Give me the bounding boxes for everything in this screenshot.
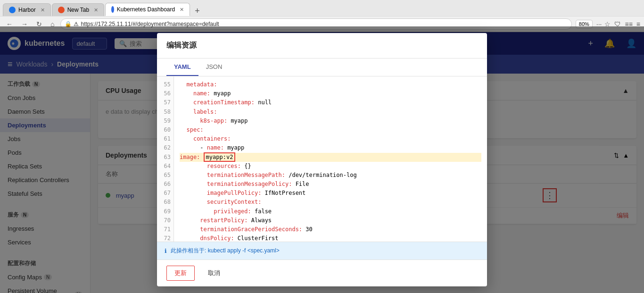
line-numbers: 5556575859606162636465666768697071727374 (157, 76, 174, 242)
tab-newtab-label: New Tab (67, 7, 89, 13)
modal-title: 编辑资源 (166, 41, 197, 49)
tab-k8s[interactable]: Kubernetes Dashboard ✕ (105, 3, 190, 16)
cancel-button[interactable]: 取消 (200, 266, 228, 280)
tab-bar: Harbor ✕ New Tab ✕ Kubernetes Dashboard … (0, 0, 644, 16)
tab-k8s-label: Kubernetes Dashboard (117, 6, 175, 13)
modal-tabs: YAML JSON (157, 59, 487, 76)
code-content[interactable]: metadata: name: myapp creationTimestamp:… (174, 76, 487, 242)
tab-harbor[interactable]: Harbor ✕ (3, 3, 51, 16)
harbor-favicon (9, 7, 16, 13)
modal-overlay: 编辑资源 YAML JSON 5556575859606162636465666… (0, 26, 644, 293)
tab-yaml[interactable]: YAML (166, 59, 198, 76)
tab-json[interactable]: JSON (198, 59, 230, 76)
tab-harbor-label: Harbor (18, 7, 36, 13)
new-tab-button[interactable]: + (193, 6, 202, 16)
info-text: 此操作相当于: kubectl apply -f <spec.yaml> (171, 247, 280, 255)
tab-harbor-close[interactable]: ✕ (41, 7, 45, 13)
tab-k8s-close[interactable]: ✕ (180, 7, 184, 13)
newtab-favicon (58, 7, 65, 13)
info-icon: ℹ (165, 248, 167, 254)
update-button[interactable]: 更新 (166, 266, 195, 281)
code-area: 5556575859606162636465666768697071727374… (157, 76, 487, 242)
modal-footer: 更新 取消 (157, 260, 487, 286)
k8s-favicon (111, 6, 114, 13)
info-bar: ℹ 此操作相当于: kubectl apply -f <spec.yaml> (157, 242, 487, 260)
edit-resource-modal: 编辑资源 YAML JSON 5556575859606162636465666… (157, 33, 487, 286)
modal-body: 5556575859606162636465666768697071727374… (157, 76, 487, 242)
modal-header: 编辑资源 (157, 33, 487, 59)
tab-newtab-close[interactable]: ✕ (94, 7, 98, 13)
tab-newtab[interactable]: New Tab ✕ (52, 3, 104, 16)
